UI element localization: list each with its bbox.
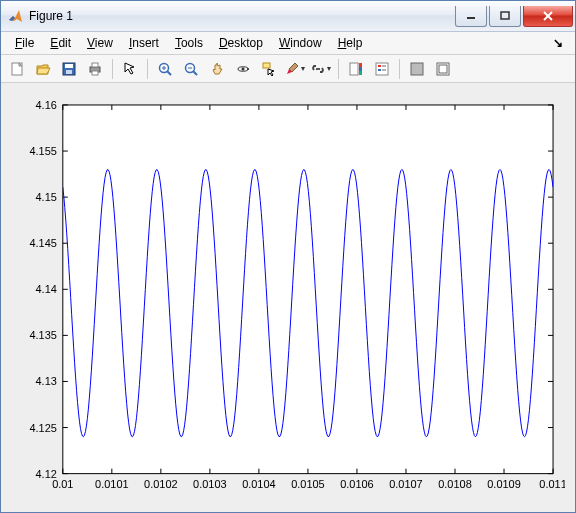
toolbar-separator	[112, 59, 113, 79]
x-tick-label: 0.011	[539, 478, 565, 490]
svg-rect-7	[66, 70, 72, 74]
zoom-out-button[interactable]	[179, 57, 203, 81]
data-cursor-button[interactable]	[257, 57, 281, 81]
titlebar[interactable]: Figure 1	[1, 1, 575, 32]
svg-line-12	[167, 71, 171, 75]
rotate3d-button[interactable]	[231, 57, 255, 81]
new-figure-button[interactable]	[5, 57, 29, 81]
x-tick-label: 0.0107	[389, 478, 423, 490]
svg-point-19	[242, 67, 245, 70]
show-plot-tools-button[interactable]	[431, 57, 455, 81]
menu-help[interactable]: Help	[330, 34, 371, 52]
minimize-button[interactable]	[455, 6, 487, 27]
svg-rect-9	[92, 63, 98, 67]
toolbar-separator	[399, 59, 400, 79]
svg-rect-28	[378, 69, 381, 71]
y-tick-label: 4.13	[36, 376, 57, 388]
menu-file[interactable]: File	[7, 34, 42, 52]
y-tick-label: 4.145	[29, 238, 56, 250]
menu-window[interactable]: Window	[271, 34, 330, 52]
svg-rect-6	[65, 64, 73, 68]
x-tick-label: 0.0103	[193, 478, 227, 490]
y-tick-label: 4.125	[29, 422, 56, 434]
y-tick-label: 4.15	[36, 192, 57, 204]
svg-rect-31	[411, 63, 423, 75]
brush-button[interactable]	[283, 57, 307, 81]
x-tick-label: 0.0102	[144, 478, 178, 490]
edit-plot-button[interactable]	[118, 57, 142, 81]
dock-controls-icon[interactable]: ↘	[547, 36, 569, 50]
window-title: Figure 1	[29, 9, 455, 23]
y-tick-label: 4.14	[36, 284, 57, 296]
y-tick-label: 4.155	[29, 146, 56, 158]
maximize-button[interactable]	[489, 6, 521, 27]
insert-colorbar-button[interactable]	[344, 57, 368, 81]
menu-insert[interactable]: Insert	[121, 34, 167, 52]
svg-rect-10	[92, 71, 98, 75]
svg-rect-33	[439, 65, 447, 73]
toolbar	[1, 55, 575, 84]
x-tick-label: 0.0104	[242, 478, 276, 490]
x-tick-label: 0.0101	[95, 478, 129, 490]
insert-legend-button[interactable]	[370, 57, 394, 81]
svg-rect-27	[378, 65, 381, 67]
svg-rect-23	[359, 63, 362, 67]
open-button[interactable]	[31, 57, 55, 81]
axes-container[interactable]: 0.010.01010.01020.01030.01040.01050.0106…	[11, 95, 565, 502]
svg-line-16	[193, 71, 197, 75]
x-tick-label: 0.0105	[291, 478, 325, 490]
menu-view[interactable]: View	[79, 34, 121, 52]
hide-plot-tools-button[interactable]	[405, 57, 429, 81]
svg-rect-26	[376, 63, 388, 75]
print-button[interactable]	[83, 57, 107, 81]
link-plots-button[interactable]	[309, 57, 333, 81]
y-tick-label: 4.12	[36, 468, 57, 480]
figure-pane: 0.010.01010.01020.01030.01040.01050.0106…	[1, 83, 575, 512]
toolbar-separator	[147, 59, 148, 79]
x-tick-label: 0.0106	[340, 478, 374, 490]
menu-edit[interactable]: Edit	[42, 34, 79, 52]
close-button[interactable]	[523, 6, 573, 27]
x-tick-label: 0.0108	[438, 478, 472, 490]
menubar: File Edit View Insert Tools Desktop Wind…	[1, 32, 575, 55]
matlab-icon	[7, 8, 23, 24]
svg-rect-1	[501, 12, 509, 19]
x-tick-label: 0.0109	[487, 478, 521, 490]
toolbar-separator	[338, 59, 339, 79]
svg-rect-20	[263, 63, 270, 68]
save-button[interactable]	[57, 57, 81, 81]
menu-desktop[interactable]: Desktop	[211, 34, 271, 52]
y-tick-label: 4.135	[29, 330, 56, 342]
svg-rect-25	[359, 71, 362, 75]
pan-button[interactable]	[205, 57, 229, 81]
menu-tools[interactable]: Tools	[167, 34, 211, 52]
svg-rect-24	[359, 67, 362, 71]
y-tick-label: 4.16	[36, 99, 57, 111]
zoom-in-button[interactable]	[153, 57, 177, 81]
svg-rect-22	[350, 63, 358, 75]
window-buttons	[455, 6, 573, 26]
figure-window: Figure 1 File Edit View Insert Tools Des…	[0, 0, 576, 513]
